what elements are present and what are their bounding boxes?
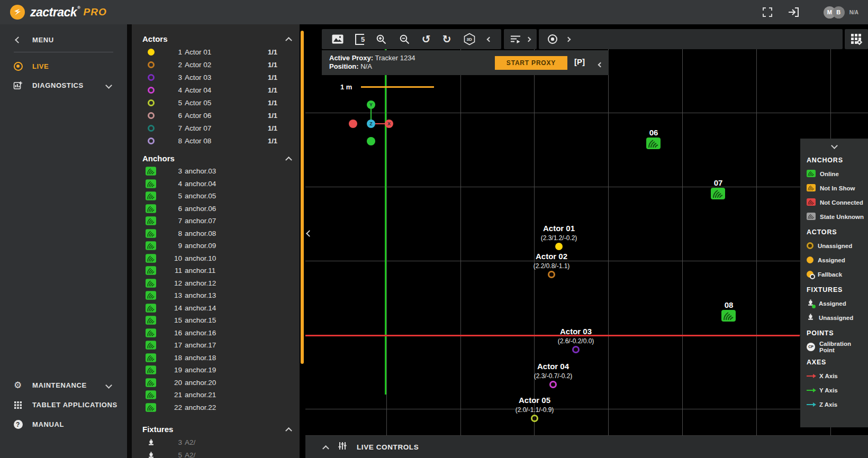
- anchor-list-item[interactable]: 13 anchor.13: [132, 289, 300, 302]
- anchor-list-item[interactable]: 8 anchor.08: [132, 227, 300, 240]
- actor-marker-dot[interactable]: [531, 415, 538, 422]
- anchor-list-item[interactable]: 6 anchor.06: [132, 203, 300, 215]
- actor-marker-dot[interactable]: [555, 243, 563, 250]
- rotate-cw-button[interactable]: ↻: [442, 34, 451, 44]
- anchor-list-item[interactable]: 3 anchor.03: [132, 165, 300, 178]
- fixture-list-item[interactable]: 5 A2/: [132, 448, 300, 458]
- anchors-section-title: Anchors: [142, 154, 175, 163]
- anchor-list-item[interactable]: 9 anchor.09: [132, 240, 300, 252]
- logout-icon[interactable]: [788, 7, 799, 17]
- sidebar-item-menu[interactable]: MENU: [0, 31, 127, 49]
- legend-anchors-title: ANCHORS: [807, 157, 866, 164]
- anchor-name: anchor.08: [185, 230, 216, 237]
- anchor-list-item[interactable]: 21 anchor.21: [132, 389, 300, 401]
- user-badge-b[interactable]: B: [833, 6, 845, 19]
- actor-marker-dot[interactable]: [549, 381, 557, 388]
- actor-marker-dot[interactable]: [548, 271, 555, 278]
- actor-list-item[interactable]: 4 Actor 04 1/1: [132, 84, 300, 96]
- legend-anchors-items: Online Not In Show Not Connected: [807, 169, 866, 221]
- sidebar-diagnostics-label: DIAGNOSTICS: [32, 81, 84, 89]
- zoom-out-button[interactable]: [399, 34, 410, 45]
- active-proxy-value: Tracker 1234: [375, 54, 415, 62]
- gizmo-node[interactable]: Y: [367, 100, 375, 109]
- actor-list-item[interactable]: 5 Actor 05 1/1: [132, 96, 300, 109]
- sidebar-item-manual[interactable]: ? MANUAL: [0, 415, 127, 434]
- anchor-list-item[interactable]: 18 anchor.18: [132, 352, 300, 364]
- panel-scrollbar-thumb[interactable]: [301, 31, 304, 364]
- actor-marker-dot[interactable]: [572, 346, 580, 353]
- actor-list-item[interactable]: 1 Actor 01 1/1: [132, 45, 300, 58]
- expand-live-controls-icon[interactable]: [322, 445, 329, 452]
- gizmo-node[interactable]: Z: [367, 120, 375, 128]
- actor-color-dot-icon: [145, 61, 157, 68]
- toolbar-expand-right-icon[interactable]: [566, 38, 570, 41]
- actor-status-count: 1/1: [268, 86, 277, 94]
- anchor-list-item[interactable]: 4 anchor.04: [132, 178, 300, 190]
- actor-status-count: 1/1: [268, 61, 277, 69]
- actor-marker-coordinates: (2.6/-0.2/0.0): [558, 337, 594, 345]
- screenshot-image-button[interactable]: [332, 34, 343, 44]
- fullscreen-icon[interactable]: [762, 7, 773, 17]
- start-proxy-button[interactable]: START PROXY: [495, 56, 567, 70]
- actor-name: Actor 08: [185, 137, 211, 145]
- anchor-name: anchor.19: [185, 366, 216, 374]
- anchor-marker-icon[interactable]: [646, 138, 661, 149]
- active-proxy-label: Active Proxy:: [329, 54, 373, 62]
- collapse-anchors-icon[interactable]: [285, 156, 292, 163]
- actor-list-item[interactable]: 7 Actor 07 1/1: [132, 122, 300, 134]
- actor-list-item[interactable]: 6 Actor 06 1/1: [132, 109, 300, 122]
- actor-name: Actor 04: [185, 86, 211, 94]
- gridline-horizontal: [305, 409, 868, 409]
- anchor-list-item[interactable]: 5 anchor.05: [132, 190, 300, 203]
- anchor-list-item[interactable]: 10 anchor.10: [132, 252, 300, 265]
- panel-collapse-handle[interactable]: [307, 228, 312, 238]
- actor-list-item[interactable]: 2 Actor 02 1/1: [132, 58, 300, 71]
- anchor-list-item[interactable]: 20 anchor.20: [132, 377, 300, 389]
- anchor-marker-icon[interactable]: [721, 310, 736, 322]
- anchor-list-item[interactable]: 22 anchor.22: [132, 401, 300, 414]
- gizmo-node[interactable]: [367, 137, 375, 145]
- sidebar-item-tablet-applications[interactable]: TABLET APPLICATIONS: [0, 395, 127, 415]
- gizmo-node[interactable]: [349, 120, 357, 128]
- legend-collapse-icon[interactable]: [807, 142, 866, 149]
- rotate-ccw-button[interactable]: ↺: [422, 34, 431, 44]
- anchor-list-item[interactable]: 7 anchor.07: [132, 215, 300, 227]
- proxy-collapse-icon[interactable]: [599, 60, 602, 68]
- grid-settings-button[interactable]: [850, 33, 863, 45]
- toolbar-collapse-left-icon[interactable]: [487, 38, 491, 41]
- anchor-number: 12: [165, 279, 182, 287]
- 3d-view-button[interactable]: 3D: [463, 33, 476, 45]
- calibration-point-icon: CP: [807, 343, 815, 351]
- anchor-list-item[interactable]: 15 anchor.15: [132, 314, 300, 327]
- anchor-status-icon: [145, 304, 157, 313]
- anchor-number: 5: [165, 192, 182, 200]
- collapse-actors-icon[interactable]: [285, 36, 292, 43]
- actor-list-item[interactable]: 8 Actor 08 1/1: [132, 134, 300, 147]
- zoom-in-button[interactable]: [376, 34, 387, 45]
- gizmo-node[interactable]: X: [385, 120, 393, 128]
- toolbar-expand-right-icon[interactable]: [527, 38, 530, 41]
- sidebar-item-live[interactable]: LIVE: [0, 57, 127, 76]
- anchor-state-icon: [807, 184, 816, 193]
- proxy-p-icon[interactable]: [P]: [574, 57, 585, 66]
- actor-number: 2: [165, 61, 182, 69]
- anchor-status-icon: [145, 403, 157, 412]
- anchor-list-item[interactable]: 17 anchor.17: [132, 339, 300, 352]
- fixture-list-item[interactable]: 3 A2/: [132, 436, 300, 448]
- collapse-fixtures-icon[interactable]: [285, 427, 292, 434]
- anchor-list-item[interactable]: 14 anchor.14: [132, 302, 300, 315]
- anchor-number: 18: [165, 354, 182, 362]
- center-target-button[interactable]: [547, 34, 558, 44]
- live-controls-bar[interactable]: LIVE CONTROLS: [305, 435, 868, 458]
- anchor-list-item[interactable]: 12 anchor.12: [132, 277, 300, 290]
- anchor-list-item[interactable]: 16 anchor.16: [132, 327, 300, 340]
- anchor-marker-icon[interactable]: [711, 188, 725, 199]
- sidebar-item-diagnostics[interactable]: DIAGNOSTICS: [0, 76, 127, 95]
- scale-label: 1 m: [340, 83, 352, 91]
- sidebar-item-maintenance[interactable]: ⚙ MAINTENANCE: [0, 375, 127, 395]
- reset-view-button[interactable]: 5: [355, 34, 364, 45]
- anchor-list-item[interactable]: 19 anchor.19: [132, 364, 300, 377]
- layer-list-button[interactable]: [510, 35, 521, 43]
- actor-list-item[interactable]: 3 Actor 03 1/1: [132, 71, 300, 84]
- anchor-list-item[interactable]: 11 anchor.11: [132, 264, 300, 277]
